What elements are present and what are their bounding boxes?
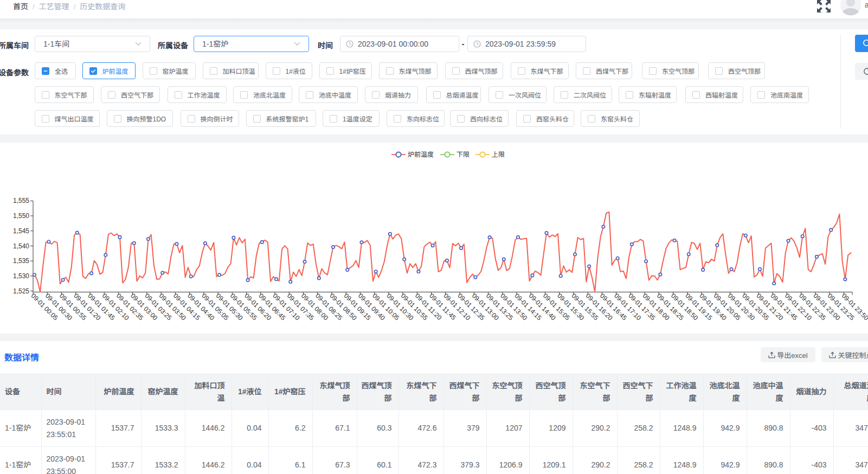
svg-text:1,525: 1,525 (13, 287, 29, 295)
svg-text:1,530: 1,530 (13, 272, 29, 280)
svg-text:1,555: 1,555 (13, 197, 29, 204)
svg-text:1,550: 1,550 (13, 212, 29, 220)
svg-text:1,535: 1,535 (13, 257, 29, 265)
svg-text:炉前温度: 炉前温度 (408, 151, 434, 158)
svg-text:1,540: 1,540 (13, 242, 29, 250)
svg-text:下限: 下限 (456, 151, 470, 158)
svg-text:1,545: 1,545 (13, 227, 29, 235)
svg-text:上限: 上限 (492, 151, 505, 158)
